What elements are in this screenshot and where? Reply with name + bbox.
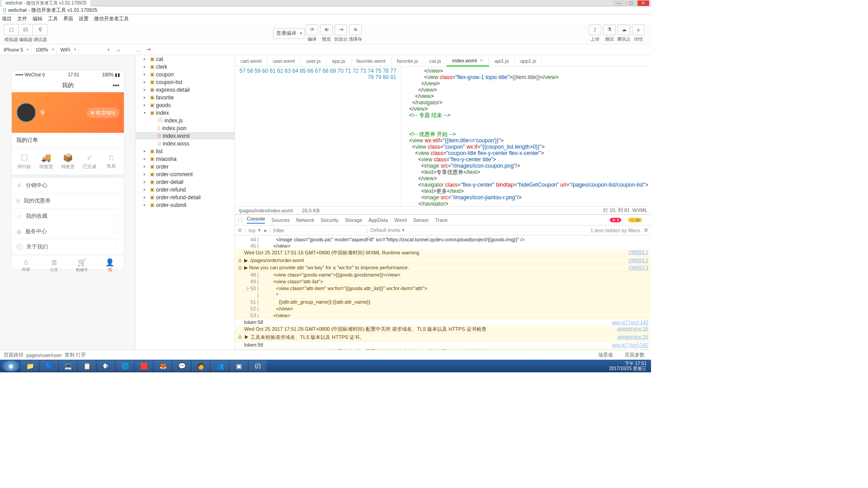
tree-arrow-icon[interactable]: ▸ (144, 80, 148, 84)
network-select[interactable]: WiFi (57, 45, 79, 54)
compile-mode-select[interactable]: 普通编译 (273, 28, 305, 39)
console-line[interactable]: | ^ (235, 292, 651, 299)
editor-tab[interactable]: favorite.wxml (351, 55, 392, 66)
elements-picker-icon[interactable]: ⬚ (238, 217, 242, 223)
phone-preview[interactable]: ••••• WeChat ⚲ 17:51 100% ▮▮ 我的 ••• 专 收货… (12, 70, 124, 269)
tree-arrow-icon[interactable]: ▸ (144, 188, 148, 192)
taskbar-app[interactable]: ⟨/⟩ (249, 361, 267, 371)
menu-工具[interactable]: 工具 (48, 15, 58, 22)
preview-button[interactable]: 👁 (320, 24, 333, 35)
window-close[interactable]: ✕ (637, 0, 649, 6)
console-output[interactable]: 44 | <image class="goods-pic" mode="aspe… (235, 235, 651, 350)
devtools-tab-sources[interactable]: Sources (271, 217, 289, 223)
console-line[interactable]: > 50 | <view class="attr-item" wx:for="{… (235, 285, 651, 292)
close-tab-icon[interactable]: ✕ (480, 58, 483, 63)
devtools-tab-appdata[interactable]: AppData (368, 217, 388, 223)
tree-node[interactable]: ▸▣miaosha (136, 155, 235, 163)
console-source-link[interactable]: app.js? [sm]:142 (612, 319, 648, 325)
taskbar-app[interactable]: 📁 (21, 361, 39, 371)
tabbar-item[interactable]: 👤我 (96, 255, 124, 277)
tree-arrow-icon[interactable]: ▸ (144, 149, 148, 153)
taskbar-app[interactable]: 🧑 (192, 361, 210, 371)
tree-node[interactable]: ▸▣order (136, 163, 235, 170)
file-tree[interactable]: ▸▣cat▸▣clerk▸▣coupon▸▣coupon-list▸▣expre… (136, 55, 235, 350)
order-item[interactable]: 📦待收货 (57, 153, 79, 170)
tabbar-item[interactable]: ⌂商城 (12, 255, 40, 277)
debugger-toggle[interactable]: ⚲ (33, 24, 47, 35)
console-line[interactable]: 53 | </view> (235, 312, 651, 319)
taskbar-app[interactable]: 🟥 (135, 361, 153, 371)
tree-node[interactable]: ▸▣order-refund (136, 186, 235, 193)
console-source-link[interactable]: appservice:16 (618, 326, 649, 331)
test-button[interactable]: ⚗ (603, 24, 616, 35)
search-files-icon[interactable]: ⌕ (114, 47, 124, 52)
code-editor[interactable]: 57 58 59 60 61 62 63 64 65 66 67 68 69 7… (235, 67, 651, 206)
tree-node[interactable]: ▾▣index (136, 109, 235, 117)
tree-node[interactable]: ▸▣order-refund-detail (136, 193, 235, 201)
profile-menu-item[interactable]: ⎘我的优惠券〉 (12, 193, 124, 209)
details-button[interactable]: ≡ (632, 24, 645, 35)
tree-node[interactable]: ▸▣clerk (136, 63, 235, 70)
scene-value-label[interactable]: 场景值 (598, 352, 613, 358)
tabbar-item[interactable]: 🛒购物车 (68, 255, 96, 277)
phone-nav-more-icon[interactable]: ••• (113, 82, 119, 89)
console-line[interactable]: 49 | <view class="attr-list"> (235, 278, 651, 285)
devtools-tab-network[interactable]: Network (296, 217, 314, 223)
warning-count-badge[interactable]: ⚠ 48 (628, 218, 642, 222)
device-select[interactable]: iPhone 5 (0, 45, 32, 54)
tree-node[interactable]: ▸▣coupon-list (136, 78, 235, 86)
menu-设置[interactable]: 设置 (79, 15, 89, 22)
devtools-tab-trace[interactable]: Trace (435, 217, 448, 223)
console-line[interactable]: token:58app.js? [sm]:142 (235, 342, 651, 348)
console-line[interactable]: 45 | </view> (235, 243, 651, 249)
console-source-link[interactable]: appservice:16 (618, 348, 649, 350)
tree-node[interactable]: ▸▣coupon (136, 70, 235, 78)
taskbar-app[interactable]: 💻 (59, 361, 77, 371)
simulator-toggle[interactable]: ▢ (4, 24, 19, 35)
collapse-tree-icon[interactable]: ⇥ (144, 47, 154, 52)
window-maximize[interactable]: ☐ (625, 0, 637, 6)
tree-arrow-icon[interactable]: ▸ (144, 72, 148, 76)
console-line[interactable]: Wed Oct 25 2017 17:51:16 GMT+0800 (中国标准时… (235, 249, 651, 257)
tree-arrow-icon[interactable]: ▸ (144, 95, 148, 99)
console-source-link[interactable]: VM893:1 (628, 249, 648, 255)
console-line[interactable]: token:58app.js? [sm]:142 (235, 319, 651, 325)
console-line[interactable]: ⚠▶ 工具未校验请求域名、TLS 版本以及 HTTPS 证书。appservic… (235, 333, 651, 342)
devtools-tab-console[interactable]: Console (247, 216, 265, 224)
upload-button[interactable]: ⤴ (589, 24, 601, 35)
tree-arrow-icon[interactable]: ▸ (144, 195, 148, 199)
tree-arrow-icon[interactable]: ▾ (144, 111, 148, 115)
console-line[interactable]: 48 | <view class="goods-name">{{goods.go… (235, 272, 651, 278)
compile-button[interactable]: ⟳ (306, 24, 318, 35)
tree-node[interactable]: ▸▣order-detail (136, 178, 235, 186)
menu-微信开发者工具[interactable]: 微信开发者工具 (94, 15, 129, 22)
tree-arrow-icon[interactable]: ▸ (144, 203, 148, 207)
editor-tab[interactable]: app.js (326, 55, 351, 66)
tree-node[interactable]: ▸▣favorite (136, 94, 235, 101)
order-item[interactable]: ☐待付款 (14, 153, 35, 170)
clear-cache-button[interactable]: ≋ (349, 24, 362, 35)
editor-tab[interactable]: cat.js (424, 55, 447, 66)
tree-arrow-icon[interactable]: ▸ (144, 157, 148, 161)
console-settings-icon[interactable]: ⚙ (644, 227, 648, 233)
shipping-address-button[interactable]: 收货地址 (87, 108, 119, 118)
taskbar-app[interactable]: 🔵 (40, 361, 58, 371)
console-source-link[interactable]: VM893:3 (628, 265, 648, 270)
console-line[interactable]: 44 | <image class="goods-pic" mode="aspe… (235, 236, 651, 243)
console-source-link[interactable]: appservice:16 (618, 334, 649, 339)
editor-toggle[interactable]: ⟨/⟩ (19, 24, 33, 35)
avatar[interactable] (16, 103, 36, 122)
log-level-select[interactable]: Default levels ▾ (371, 227, 405, 233)
profile-menu-item[interactable]: ⚘分销中心〉 (12, 178, 124, 193)
menu-界面[interactable]: 界面 (63, 15, 73, 22)
console-line[interactable]: ⚠▶ Now you can provide attr "wx:key" for… (235, 264, 651, 272)
error-count-badge[interactable]: ⊘ 8 (610, 218, 622, 222)
order-item[interactable]: ⎌售后 (100, 153, 122, 170)
os-active-tab[interactable]: webchat - 微信开发者工具 v1.01.170925 (2, 0, 90, 7)
editor-tab[interactable]: user.js (301, 55, 326, 66)
console-source-link[interactable]: VM893:2 (628, 258, 648, 263)
editor-tab[interactable]: user.wxml (267, 55, 301, 66)
tree-arrow-icon[interactable]: ▸ (144, 88, 148, 92)
menu-编辑[interactable]: 编辑 (33, 15, 42, 22)
tree-node[interactable]: ▸▣order-comment (136, 170, 235, 178)
